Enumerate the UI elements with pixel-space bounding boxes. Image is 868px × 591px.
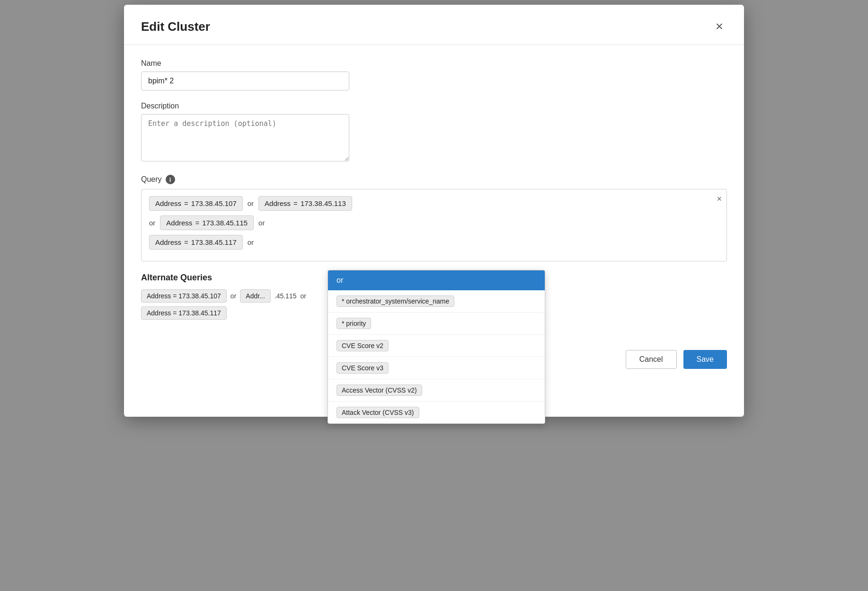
query-row-3: Address = 173.38.45.117 or [149,235,719,250]
query-label-row: Query i [141,175,727,184]
cancel-button[interactable]: Cancel [626,350,677,369]
chip-eq-1: = [184,199,188,207]
dropdown-item-4[interactable]: CVE Score v3 [328,357,545,379]
dropdown-chip-1: * orchestrator_system/service_name [337,296,454,307]
alt-chip-2: Addr... [240,289,270,303]
query-chip-3[interactable]: Address = 173.38.45.115 [160,215,254,230]
dropdown-chip-5: Access Vector (CVSS v2) [337,385,422,396]
dropdown-item-2[interactable]: * priority [328,313,545,335]
alt-op-1: or [230,292,236,300]
modal-title: Edit Cluster [141,19,210,34]
query-field-group: Query i × Address = 173.38.45.107 or [141,175,727,261]
name-field-group: Name [141,59,727,90]
close-button[interactable]: × [712,18,727,35]
modal-header: Edit Cluster × [124,5,744,45]
query-info-icon[interactable]: i [166,175,175,184]
edit-cluster-modal: Edit Cluster × Name Description Query i [124,5,744,417]
chip-eq-2: = [293,199,298,207]
description-label: Description [141,102,727,110]
query-op-or-3: or [258,219,265,227]
chip-field-2: Address [265,199,291,207]
chip-eq-3: = [195,219,199,227]
dropdown-chip-4: CVE Score v3 [337,362,389,374]
alt-ellipsis: .45.115 [275,292,297,300]
chip-val-3: 173.38.45.115 [202,219,248,227]
chip-eq-4: = [184,238,188,246]
query-op-or-2: or [149,219,155,227]
dropdown-item-5[interactable]: Access Vector (CVSS v2) [328,379,545,402]
query-chip-4[interactable]: Address = 173.38.45.117 [149,235,243,250]
alt-chip-3: Address = 173.38.45.117 [141,306,227,320]
chip-val-2: 173.38.45.113 [301,199,346,207]
dropdown-item-3[interactable]: CVE Score v2 [328,335,545,357]
chip-field-1: Address [155,199,181,207]
query-row-2: or Address = 173.38.45.115 or [149,215,719,230]
dropdown-item-6[interactable]: Attack Vector (CVSS v3) [328,402,545,423]
description-input[interactable] [141,114,349,161]
description-field-group: Description [141,102,727,163]
name-label: Name [141,59,727,68]
dropdown-menu: or * orchestrator_system/service_name * … [328,270,545,424]
dropdown-chip-2: * priority [337,318,371,329]
query-op-or-1: or [248,199,254,207]
chip-val-1: 173.38.45.107 [191,199,237,207]
alt-chip-1: Address = 173.38.45.107 [141,289,227,303]
query-close-button[interactable]: × [717,194,722,204]
dropdown-chip-6: Attack Vector (CVSS v3) [337,407,419,418]
query-row-1: Address = 173.38.45.107 or Address = 173… [149,196,719,211]
chip-field-4: Address [155,238,181,246]
query-op-or-4: or [248,238,254,246]
query-label: Query [141,175,162,184]
query-box: × Address = 173.38.45.107 or Address = 1… [141,189,727,261]
query-chip-1[interactable]: Address = 173.38.45.107 [149,196,243,211]
save-button[interactable]: Save [683,350,727,369]
chip-val-4: 173.38.45.117 [191,238,237,246]
chip-field-3: Address [166,219,192,227]
name-input[interactable] [141,72,349,90]
dropdown-item-1[interactable]: * orchestrator_system/service_name [328,290,545,313]
dropdown-selected-item[interactable]: or [328,270,545,290]
dropdown-chip-3: CVE Score v2 [337,340,389,351]
modal-overlay: Edit Cluster × Name Description Query i [0,0,868,591]
alt-op-2: or [300,292,306,300]
query-chip-2[interactable]: Address = 173.38.45.113 [258,196,352,211]
